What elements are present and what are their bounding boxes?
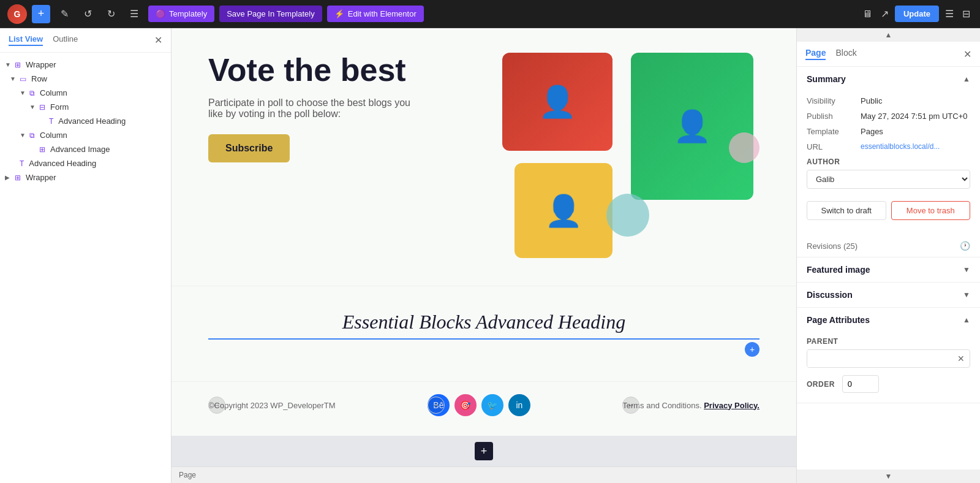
right-sidebar-header: Page Block ✕	[797, 42, 980, 67]
tree-item-advanced-image[interactable]: ⊞ Advanced Image	[0, 142, 171, 156]
order-row: ORDER	[807, 375, 970, 393]
tree-label-ah1: Advanced Heading	[58, 116, 126, 126]
templately-label: Templately	[169, 9, 207, 18]
redo-button[interactable]: ↻	[102, 5, 120, 23]
footer-copyright: ©Copyright 2023 WP_DeveloperTM	[208, 401, 336, 410]
order-input[interactable]	[842, 375, 879, 393]
edit-icon-button[interactable]: ✎	[55, 5, 74, 23]
advanced-image-icon: ⊞	[39, 145, 45, 154]
parent-input-clear-button[interactable]: ✕	[952, 350, 970, 367]
sidebar-close-button[interactable]: ✕	[154, 34, 162, 46]
advanced-heading-icon-1: T	[49, 117, 53, 126]
summary-body: Visibility Public Publish May 27, 2024 7…	[797, 91, 980, 235]
main-layout: List View Outline ✕ ▼ ⊞ Wrapper ▼ ▭ Row …	[0, 28, 980, 483]
canvas-add-block-button[interactable]: +	[475, 442, 493, 460]
social-twitter-icon[interactable]: 🐦	[481, 394, 503, 416]
subscribe-button[interactable]: Subscribe	[208, 134, 290, 162]
tree-item-advanced-heading-2[interactable]: T Advanced Heading	[0, 156, 171, 170]
tab-block[interactable]: Block	[835, 48, 856, 60]
summary-section: Summary ▲ Visibility Public Publish May …	[797, 67, 980, 257]
canvas-scroll[interactable]: Vote the best Participate in poll to cho…	[172, 28, 796, 436]
update-button[interactable]: Update	[895, 6, 939, 22]
summary-chevron: ▲	[963, 75, 970, 83]
footer-social-arrow-button[interactable]: ↔	[428, 397, 445, 414]
featured-image-header[interactable]: Featured image ▼	[797, 257, 980, 282]
footer-left-arrow-button[interactable]: ↔	[208, 397, 225, 414]
tree-item-form[interactable]: ▼ ⊟ Form	[0, 100, 171, 114]
tab-list-view[interactable]: List View	[9, 34, 43, 46]
discussion-section: Discussion ▼	[797, 283, 980, 308]
publish-row: Publish May 27, 2024 7:51 pm UTC+0	[807, 112, 970, 121]
top-toolbar: G + ✎ ↺ ↻ ☰ 🟣 Templately Save Page In Te…	[0, 0, 980, 28]
switch-to-draft-button[interactable]: Switch to draft	[807, 201, 886, 220]
sidebar-header: List View Outline ✕	[0, 28, 171, 53]
move-to-trash-button[interactable]: Move to trash	[891, 201, 971, 220]
tree-item-row[interactable]: ▼ ▭ Row	[0, 72, 171, 86]
desktop-view-icon[interactable]: 🖥	[860, 6, 875, 22]
tree-item-advanced-heading-1[interactable]: T Advanced Heading	[0, 114, 171, 128]
external-link-icon[interactable]: ↗	[878, 6, 891, 22]
right-panel-close-button[interactable]: ✕	[963, 48, 971, 60]
social-linkedin-icon[interactable]: in	[508, 394, 530, 416]
template-row: Template Pages	[807, 127, 970, 136]
page-attributes-body: PARENT ✕ ORDER	[797, 332, 980, 403]
tab-outline[interactable]: Outline	[53, 34, 78, 46]
right-tabs: Page Block	[805, 48, 959, 60]
tree-item-column-2[interactable]: ▼ ⧉ Column	[0, 128, 171, 142]
toggle-panel-icon[interactable]: ⊟	[960, 6, 973, 22]
tree-label-column-1: Column	[40, 88, 67, 97]
order-label: ORDER	[807, 380, 835, 389]
person-silhouette-1: 👤	[502, 53, 612, 151]
footer-section: ↔ ©Copyright 2023 WP_DeveloperTM ↔ Bē 🎯 …	[172, 381, 796, 428]
discussion-header[interactable]: Discussion ▼	[797, 283, 980, 307]
action-buttons-row: Switch to draft Move to trash	[807, 201, 970, 220]
advanced-heading-icon-2: T	[20, 159, 24, 168]
tree-label-wrapper-2: Wrapper	[26, 173, 56, 182]
footer-right-arrow-button[interactable]: ↔	[622, 397, 639, 414]
social-dribbble-icon[interactable]: 🎯	[454, 394, 477, 416]
url-value[interactable]: essentialblocks.local/d...	[861, 142, 970, 151]
decorative-circle-1	[606, 194, 649, 237]
list-view-button[interactable]: ☰	[125, 5, 143, 23]
templately-button[interactable]: 🟣 Templately	[148, 6, 214, 22]
edit-elementor-label: Edit with Elementor	[348, 9, 417, 18]
sidebar-scroll-up[interactable]: ▲	[797, 28, 980, 42]
sidebar-tabs: List View Outline	[9, 34, 149, 46]
save-page-templately-button[interactable]: Save Page In Templately	[219, 6, 322, 22]
tree-toggle-column-1: ▼	[20, 89, 27, 96]
revisions-label: Revisions (25)	[807, 242, 858, 251]
tab-page[interactable]: Page	[805, 48, 826, 60]
edit-with-elementor-button[interactable]: ⚡ Edit with Elementor	[327, 6, 424, 22]
revisions-clock-icon[interactable]: 🕐	[960, 241, 970, 251]
discussion-chevron: ▼	[963, 291, 970, 299]
left-sidebar: List View Outline ✕ ▼ ⊞ Wrapper ▼ ▭ Row …	[0, 28, 172, 483]
undo-button[interactable]: ↺	[78, 5, 97, 23]
featured-image-section: Featured image ▼	[797, 257, 980, 283]
privacy-policy-link[interactable]: Privacy Policy.	[704, 401, 760, 410]
revisions-row: Revisions (25) 🕐	[797, 235, 980, 257]
author-select[interactable]: Galib	[807, 170, 970, 189]
page-attributes-header[interactable]: Page Attributes ▲	[797, 308, 980, 332]
tree-toggle: ▼	[5, 61, 12, 68]
tree-item-wrapper-2[interactable]: ▶ ⊞ Wrapper	[0, 170, 171, 184]
summary-title: Summary	[807, 74, 846, 84]
canvas-bottom: +	[172, 436, 796, 466]
settings-icon[interactable]: ☰	[943, 6, 956, 22]
author-section-label: AUTHOR	[807, 158, 970, 166]
sidebar-scroll-down[interactable]: ▼	[797, 470, 980, 483]
add-after-heading-button[interactable]: +	[745, 342, 760, 357]
canvas-bottom-bar: Page	[172, 466, 796, 483]
tree-toggle-form: ▼	[29, 104, 37, 110]
add-block-button[interactable]: +	[32, 5, 50, 23]
tree-item-wrapper-1[interactable]: ▼ ⊞ Wrapper	[0, 58, 171, 72]
hero-image-2: 👤	[631, 53, 753, 200]
form-icon: ⊟	[39, 103, 45, 112]
tree-toggle-row: ▼	[10, 75, 17, 82]
summary-section-header[interactable]: Summary ▲	[797, 67, 980, 91]
wrapper-icon: ⊞	[15, 61, 21, 69]
hero-image-3: 👤	[514, 163, 612, 258]
tree-item-column-1[interactable]: ▼ ⧉ Column	[0, 86, 171, 100]
parent-input[interactable]	[807, 351, 952, 367]
column-icon-2: ⧉	[29, 131, 35, 140]
tree-label-row: Row	[31, 74, 47, 83]
